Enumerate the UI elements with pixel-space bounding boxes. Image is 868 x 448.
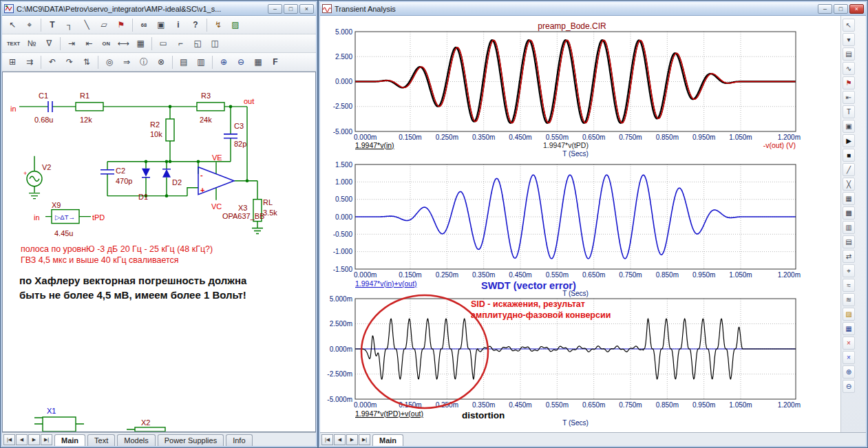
part-label-r3[interactable]: R3	[201, 92, 211, 100]
mode-menu-icon[interactable]: ▾	[843, 33, 855, 46]
help-mode-icon[interactable]: ?	[187, 17, 204, 33]
trace-expression[interactable]: 1.9947*v(in)+v(out)	[355, 279, 417, 288]
annotation-black-line2[interactable]: быть не более 4,5 мВ, имеем более 1 Воль…	[19, 289, 246, 301]
analysis-minimize-button[interactable]: –	[818, 4, 832, 14]
macro-tool-icon[interactable]: ↯	[210, 17, 226, 33]
wire-tool-icon[interactable]: ┐	[61, 17, 78, 33]
grid-small-icon[interactable]: ▦	[843, 192, 855, 205]
picture-tool-icon[interactable]: ▣	[153, 17, 169, 33]
font-tool-icon[interactable]: F	[267, 54, 284, 70]
data-grid-icon[interactable]: ▤	[843, 235, 855, 248]
annotation-sid2[interactable]: амплитудно-фазовой конверсии	[471, 310, 611, 320]
annotation-swdt[interactable]: SWDT (vector error)	[481, 280, 576, 291]
annotation-sid1[interactable]: SID - искажения, результат	[471, 299, 585, 309]
lead-stretch-icon[interactable]: ⟷	[115, 35, 131, 52]
flag-tool-icon[interactable]: ⚑	[113, 17, 129, 33]
close-button[interactable]: ×	[299, 4, 314, 14]
tab-scroll-last[interactable]: ▶|	[359, 434, 370, 445]
power-arrows-icon[interactable]: ⇤	[81, 35, 97, 52]
info-circle-icon[interactable]: ⓘ	[136, 54, 152, 70]
tab-scroll-previous[interactable]: ◀	[334, 434, 346, 445]
trace-expression[interactable]: 1.9947*v(tPD)	[543, 141, 589, 149]
node-label-in-top[interactable]: in	[10, 105, 17, 113]
value-label-r1[interactable]: 12k	[80, 116, 92, 124]
scale-mode-icon[interactable]: 68	[136, 17, 152, 33]
plot-distortion[interactable]: 5.000m2.500m0.000m-2.500m-5.000m0.000m0.…	[324, 293, 820, 431]
tab-power-supplies[interactable]: Power Supplies	[158, 434, 224, 446]
scope-panels-icon[interactable]: ▤	[843, 47, 855, 61]
snapshot-icon[interactable]: ▦	[250, 54, 266, 70]
region-enable-icon[interactable]: ▨	[227, 17, 244, 33]
node-label-out[interactable]: out	[244, 97, 254, 105]
part-label-x9[interactable]: X9	[52, 201, 61, 209]
tab-scroll-next[interactable]: ▶	[28, 434, 40, 445]
x-cursor-icon[interactable]: ×	[843, 337, 855, 350]
select-cursor-icon[interactable]: ↖	[843, 19, 855, 32]
value-label-x9[interactable]: 4.45u	[54, 229, 73, 237]
properties-icon[interactable]: ▣	[843, 120, 855, 133]
node-label-ve[interactable]: VE	[212, 153, 222, 162]
find-icon[interactable]: ◎	[101, 54, 118, 70]
tab-models[interactable]: Models	[117, 434, 155, 446]
annotation-black-line1[interactable]: по Хафлеру векторная погрешность должна	[19, 275, 247, 286]
zoom-out-icon[interactable]: ⊖	[233, 54, 249, 70]
schematic-titlebar[interactable]: C:\MC9\DATA\Petrov\servo_integrator\AMP-…	[2, 2, 316, 16]
tab-scroll-first[interactable]: |◀	[321, 434, 333, 445]
minimize-button[interactable]: –	[268, 4, 282, 14]
paste-page-icon[interactable]: ▥	[193, 54, 209, 70]
tag-horizontal-icon[interactable]: ⇤	[843, 91, 855, 104]
annotation-red-line2[interactable]: ГВЗ 4,5 мкс и выше 40 кГц сваливается	[21, 255, 178, 265]
value-label-x3[interactable]: OPA637_BB	[222, 212, 264, 220]
node-label-in-bottom[interactable]: in	[34, 213, 40, 222]
trace-expression[interactable]: -v(out) (V)	[763, 141, 796, 149]
part-label-d1[interactable]: D1	[138, 193, 148, 201]
part-label-c2[interactable]: C2	[116, 167, 125, 175]
part-label-x3[interactable]: X3	[238, 204, 247, 212]
node-voltages-icon[interactable]: ∇	[41, 35, 57, 52]
zoom-in-icon[interactable]: ⊕	[215, 54, 232, 70]
title-block-icon[interactable]: ⌐	[172, 35, 189, 52]
run-icon[interactable]: ▶	[843, 134, 855, 147]
maximize-button[interactable]: □	[284, 4, 298, 14]
wave-multi-icon[interactable]: ≋	[843, 293, 855, 306]
annotation-distortion[interactable]: distortion	[462, 410, 505, 420]
node-label-vc[interactable]: VC	[211, 202, 222, 211]
part-label-r1[interactable]: R1	[80, 92, 89, 100]
swap-tool-icon[interactable]: ⇅	[78, 54, 95, 70]
zoom-out-icon[interactable]: ⊖	[843, 380, 855, 393]
diagonal-wire-tool-icon[interactable]: ╲	[78, 17, 95, 33]
part-label-c3[interactable]: C3	[234, 122, 244, 130]
goto-icon[interactable]: ⇒	[118, 54, 135, 70]
tab-scroll-next[interactable]: ▶	[346, 434, 358, 445]
tab-scroll-last[interactable]: ▶|	[41, 434, 52, 445]
part-label-v2[interactable]: V2	[42, 163, 51, 171]
value-label-r2[interactable]: 10k	[150, 130, 162, 138]
graphics-tool-icon[interactable]: ▱	[96, 17, 112, 33]
grid-toggle-icon[interactable]: ▦	[132, 35, 149, 52]
line-tool-icon[interactable]: ╱	[843, 163, 855, 176]
step-tool-icon[interactable]: ⇉	[21, 54, 38, 70]
part-label-x2[interactable]: X2	[141, 418, 150, 427]
plot-vector-error[interactable]: 1.5001.0000.5000.000-0.500-1.000-1.5000.…	[324, 158, 820, 300]
part-label-r2[interactable]: R2	[150, 120, 160, 129]
text-stamp-icon[interactable]: TEXT	[4, 35, 23, 52]
part-label-d2[interactable]: D2	[172, 178, 182, 186]
copy-page-icon[interactable]: ▤	[176, 54, 192, 70]
value-label-rl[interactable]: 3.5k	[263, 209, 277, 217]
grid-large-icon[interactable]: ▩	[843, 206, 855, 220]
info-mode-icon[interactable]: i	[170, 17, 187, 33]
value-label-r3[interactable]: 24k	[200, 116, 212, 124]
split-window-icon[interactable]: ◫	[207, 35, 223, 52]
analysis-titlebar[interactable]: Transient Analysis – □ ×	[320, 2, 866, 16]
pin-state-icon[interactable]: ON	[98, 35, 114, 52]
tab-main[interactable]: Main	[372, 434, 403, 446]
pick-trace-icon[interactable]: ⌖	[843, 264, 855, 277]
node-numbers-icon[interactable]: №	[23, 35, 40, 52]
folder-view-icon[interactable]: ▨	[843, 308, 855, 321]
tab-scroll-first[interactable]: |◀	[3, 434, 15, 445]
analysis-close-button[interactable]: ×	[849, 4, 864, 14]
text-annotation-icon[interactable]: T	[843, 105, 855, 118]
undo-icon[interactable]: ↶	[44, 54, 61, 70]
zoom-area-icon[interactable]: ◱	[189, 35, 206, 52]
y-cursor-icon[interactable]: ×	[843, 351, 855, 364]
